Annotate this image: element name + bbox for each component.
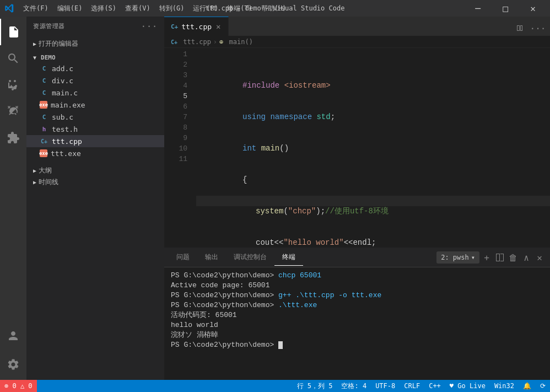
status-sync-icon[interactable]: ⟳ — [536, 380, 550, 392]
file-item-ttt-exe[interactable]: exe ttt.exe — [26, 147, 164, 159]
tabs-bar: C+ ttt.cpp ✕ ··· — [164, 17, 550, 36]
status-errors[interactable]: ⊗ 0 △ 0 — [0, 380, 37, 392]
status-spaces[interactable]: 空格: 4 — [337, 380, 371, 392]
menu-goto[interactable]: 转到(G) — [155, 2, 189, 15]
code-line-2: using namespace std; — [196, 101, 550, 112]
status-row-col[interactable]: 行 5，列 5 — [293, 380, 337, 392]
file-item-div-c[interactable]: C div.c — [26, 74, 164, 87]
breadcrumb-function: ⊕ main() — [219, 38, 253, 46]
file-item-ttt-cpp[interactable]: C+ ttt.cpp — [26, 135, 164, 147]
status-encoding[interactable]: UTF-8 — [371, 380, 400, 392]
activity-explorer-icon[interactable] — [0, 19, 26, 45]
breadcrumb-separator: › — [213, 38, 217, 46]
more-actions-button[interactable]: ··· — [530, 20, 546, 36]
terminal-line-4: PS G:\code2\python\demo> .\ttt.exe — [171, 300, 543, 310]
activity-settings-icon[interactable] — [0, 351, 26, 378]
outline-label: 大纲 — [39, 166, 52, 175]
maximize-panel-button[interactable]: ∧ — [520, 251, 532, 264]
code-editor[interactable]: 1 2 3 4 5 6 7 8 9 10 11 #include <iostre… — [164, 48, 550, 248]
split-terminal-button[interactable] — [494, 251, 506, 264]
line-num-7: 7 — [169, 112, 187, 122]
term-cmd-3: .\ttt.exe — [278, 301, 317, 309]
file-item-test-h[interactable]: h test.h — [26, 123, 164, 135]
tabs-actions: ··· — [508, 20, 550, 36]
minimize-button[interactable]: ─ — [465, 0, 490, 17]
file-item-main-exe[interactable]: exe main.exe — [26, 99, 164, 111]
tab-terminal[interactable]: 终端 — [274, 249, 303, 266]
close-button[interactable]: ✕ — [520, 0, 546, 17]
term-output-3: hello world — [171, 321, 218, 329]
status-bell-icon[interactable]: 🔔 — [519, 380, 536, 392]
line-num-10: 10 — [169, 143, 187, 154]
term-cmd-2: g++ .\ttt.cpp -o ttt.exe — [278, 291, 381, 299]
file-icon-c4: C — [40, 112, 48, 121]
status-line-ending[interactable]: CRLF — [400, 380, 424, 392]
maximize-button[interactable]: □ — [493, 0, 518, 17]
activity-debug-icon[interactable] — [0, 98, 26, 125]
file-item-add-c[interactable]: C add.c — [26, 62, 164, 74]
term-prompt-4: PS G:\code2\python\demo> — [171, 341, 278, 349]
status-language[interactable]: C++ — [424, 380, 445, 392]
menu-select[interactable]: 选择(S) — [87, 2, 121, 15]
demo-group: ▼ DEMO C add.c C div.c C main.c exe main… — [26, 52, 164, 160]
terminal-line-3: PS G:\code2\python\demo> g++ .\ttt.cpp -… — [171, 291, 543, 300]
sidebar-more-button[interactable]: ··· — [141, 21, 158, 31]
file-name-test-h: test.h — [52, 125, 78, 133]
terminal-selector[interactable]: 2: pwsh ▾ — [436, 251, 479, 264]
line-num-9: 9 — [169, 133, 187, 143]
breadcrumb-file: C+ ttt.cpp — [171, 38, 211, 46]
term-prompt-3: PS G:\code2\python\demo> — [171, 301, 278, 309]
demo-group-header[interactable]: ▼ DEMO — [26, 53, 164, 62]
term-output-4: 浣犲ソ 涓栫晫 — [171, 331, 218, 339]
outline-toggle[interactable]: ▶ 大纲 — [26, 165, 164, 176]
close-panel-button[interactable]: ✕ — [533, 251, 546, 264]
status-platform[interactable]: Win32 — [490, 380, 519, 392]
file-name-main-exe: main.exe — [51, 101, 85, 109]
term-output-1: Active code page: 65001 — [171, 281, 269, 289]
file-name-ttt-exe: ttt.exe — [51, 149, 81, 158]
split-editor-button[interactable] — [513, 20, 528, 36]
tab-debug-console[interactable]: 调试控制台 — [226, 249, 274, 266]
code-content[interactable]: #include <iostream> using namespace std;… — [192, 48, 550, 248]
menu-file[interactable]: 文件(F) — [19, 2, 53, 15]
activity-account-icon[interactable] — [0, 323, 26, 349]
timeline-toggle[interactable]: ▶ 时间线 — [26, 176, 164, 188]
sidebar-bottom: ▶ 大纲 ▶ 时间线 — [26, 165, 164, 188]
tab-problems[interactable]: 问题 — [169, 249, 197, 266]
breadcrumb: C+ ttt.cpp › ⊕ main() — [164, 36, 550, 48]
terminal-line-6: hello world — [171, 320, 543, 330]
code-line-5: system("chcp");//使用utf-8环境 — [196, 196, 550, 206]
file-item-main-c[interactable]: C main.c — [26, 87, 164, 99]
activity-search-icon[interactable] — [0, 45, 26, 72]
new-terminal-button[interactable]: + — [481, 251, 493, 264]
demo-expand-icon: ▼ — [33, 55, 36, 61]
line-num-5: 5 — [169, 91, 187, 101]
open-editors-section: ▶ 打开的编辑器 — [26, 36, 164, 52]
menu-edit[interactable]: 编辑(E) — [53, 2, 87, 15]
demo-group-name: DEMO — [41, 54, 56, 61]
activity-git-icon[interactable] — [0, 72, 26, 98]
terminal-line-8: PS G:\code2\python\demo> — [171, 340, 543, 350]
status-go-live[interactable]: ♥ Go Live — [445, 380, 490, 392]
tab-output[interactable]: 输出 — [197, 249, 226, 266]
timeline-arrow-icon: ▶ — [33, 179, 36, 185]
menu-view[interactable]: 查看(V) — [121, 2, 155, 15]
sidebar-header: 资源管理器 ··· — [26, 17, 164, 36]
file-icon-cpp: C+ — [40, 137, 48, 146]
line-numbers: 1 2 3 4 5 6 7 8 9 10 11 — [164, 48, 192, 248]
kill-terminal-button[interactable]: 🗑 — [507, 251, 519, 264]
open-editors-toggle[interactable]: ▶ 打开的编辑器 — [26, 38, 164, 50]
code-line-6: cout<<"hello world"<<endl; — [196, 227, 550, 238]
tab-ttt-cpp[interactable]: C+ ttt.cpp ✕ — [164, 17, 229, 36]
terminal-dropdown-arrow-icon: ▾ — [471, 254, 475, 261]
activity-extensions-icon[interactable] — [0, 125, 26, 151]
file-item-sub-c[interactable]: C sub.c — [26, 111, 164, 123]
tab-close-button[interactable]: ✕ — [215, 21, 222, 32]
file-name-div-c: div.c — [52, 77, 73, 85]
open-editors-label: 打开的编辑器 — [39, 39, 78, 49]
line-num-3: 3 — [169, 70, 187, 80]
term-prompt-1: PS G:\code2\python\demo> — [171, 271, 278, 280]
term-output-2: 活动代码页: 65001 — [171, 311, 237, 319]
file-icon-exe2: exe — [40, 149, 47, 157]
terminal-content[interactable]: PS G:\code2\python\demo> chcp 65001 Acti… — [164, 267, 550, 380]
